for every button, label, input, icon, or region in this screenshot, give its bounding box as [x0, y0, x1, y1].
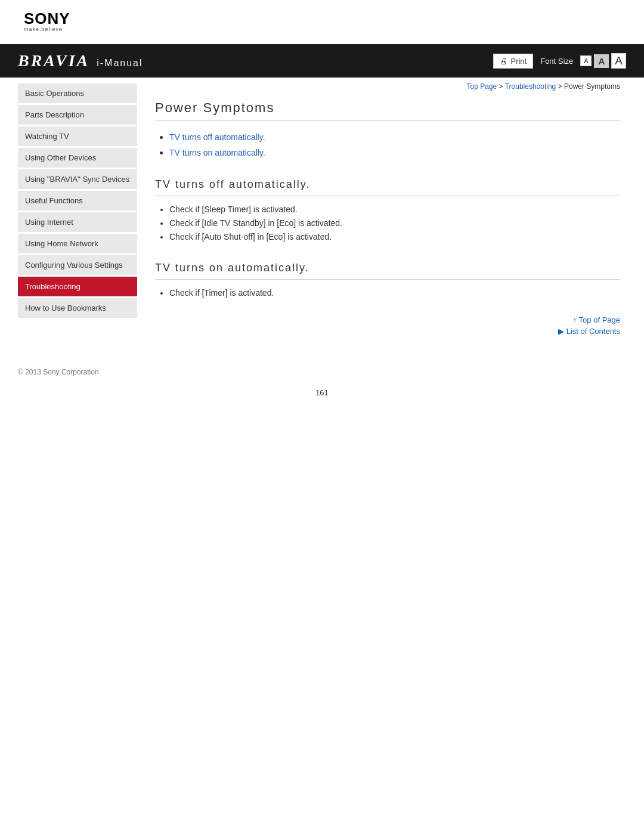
bullet-list-off: Check if [Sleep Timer] is activated.Chec… — [155, 205, 620, 241]
sidebar-item-configuring-settings[interactable]: Configuring Various Settings — [18, 255, 137, 275]
header-bar: BRAVIA i-Manual 🖨 Print Font Size A A A — [0, 44, 644, 78]
breadcrumb-sep2: > — [556, 82, 564, 91]
font-medium-button[interactable]: A — [594, 54, 609, 68]
font-size-controls: A A A — [580, 53, 626, 69]
logo-area: SONY make.believe — [0, 0, 644, 38]
breadcrumb-top[interactable]: Top Page — [466, 82, 497, 91]
bullet-list-on: Check if [Timer] is activated. — [155, 288, 620, 298]
sidebar-item-using-home-network[interactable]: Using Home Network — [18, 234, 137, 253]
sidebar-item-using-bravia-sync[interactable]: Using "BRAVIA" Sync Devices — [18, 169, 137, 189]
sidebar-item-basic-operations[interactable]: Basic Operations — [18, 83, 137, 103]
copyright: © 2013 Sony Corporation — [18, 368, 99, 376]
sidebar-item-bookmarks[interactable]: How to Use Bookmarks — [18, 298, 137, 318]
bullet-item: Check if [Auto Shut-off] in [Eco] is act… — [169, 232, 620, 241]
page-number: 161 — [0, 388, 644, 409]
section-heading-off: TV turns off automatically. — [155, 172, 620, 196]
imanual-label: i-Manual — [97, 58, 143, 69]
content-link[interactable]: TV turns off automatically. — [169, 132, 265, 142]
sidebar-item-useful-functions[interactable]: Useful Functions — [18, 191, 137, 210]
sidebar-item-watching-tv[interactable]: Watching TV — [18, 126, 137, 146]
font-small-button[interactable]: A — [580, 55, 592, 66]
sidebar-item-using-other-devices[interactable]: Using Other Devices — [18, 148, 137, 168]
bullet-item: Check if [Timer] is activated. — [169, 288, 620, 298]
print-icon: 🖨 — [500, 57, 507, 66]
print-button[interactable]: 🖨 Print — [493, 54, 533, 69]
breadcrumb: Top Page > Troubleshooting > Power Sympt… — [155, 78, 620, 94]
footer-links: ↑ Top of Page ▶ List of Contents — [155, 315, 620, 336]
sidebar-item-troubleshooting[interactable]: Troubleshooting — [18, 277, 137, 296]
font-large-button[interactable]: A — [611, 53, 626, 69]
sidebar: Basic OperationsParts DescriptionWatchin… — [0, 78, 137, 356]
link-item: TV turns off automatically. — [169, 132, 620, 143]
breadcrumb-sep1: > — [497, 82, 504, 91]
section-heading-on: TV turns on automatically. — [155, 256, 620, 280]
page-bottom: © 2013 Sony Corporation — [0, 362, 644, 388]
content-area: Top Page > Troubleshooting > Power Sympt… — [137, 78, 644, 356]
sony-logo: SONY — [24, 11, 620, 26]
sidebar-item-using-internet[interactable]: Using Internet — [18, 212, 137, 232]
font-size-label: Font Size — [540, 57, 573, 66]
main-layout: Basic OperationsParts DescriptionWatchin… — [0, 78, 644, 356]
links-list: TV turns off automatically.TV turns on a… — [155, 132, 620, 158]
bravia-brand: BRAVIA — [18, 51, 89, 70]
bullet-item: Check if [Idle TV Standby] in [Eco] is a… — [169, 218, 620, 228]
header-controls: 🖨 Print Font Size A A A — [493, 53, 626, 69]
content-link[interactable]: TV turns on automatically. — [169, 148, 265, 157]
list-of-contents-link[interactable]: ▶ List of Contents — [155, 327, 620, 336]
sections-container: TV turns off automatically.Check if [Sle… — [155, 172, 620, 298]
breadcrumb-current: Power Symptoms — [564, 82, 620, 91]
bullet-item: Check if [Sleep Timer] is activated. — [169, 205, 620, 214]
sony-tagline: make.believe — [24, 26, 620, 32]
bravia-title: BRAVIA i-Manual — [18, 51, 143, 70]
top-of-page-link[interactable]: ↑ Top of Page — [155, 315, 620, 324]
page-title: Power Symptoms — [155, 94, 620, 121]
breadcrumb-troubleshooting[interactable]: Troubleshooting — [505, 82, 556, 91]
link-item: TV turns on automatically. — [169, 147, 620, 158]
sidebar-item-parts-description[interactable]: Parts Description — [18, 105, 137, 125]
print-label: Print — [510, 57, 527, 66]
